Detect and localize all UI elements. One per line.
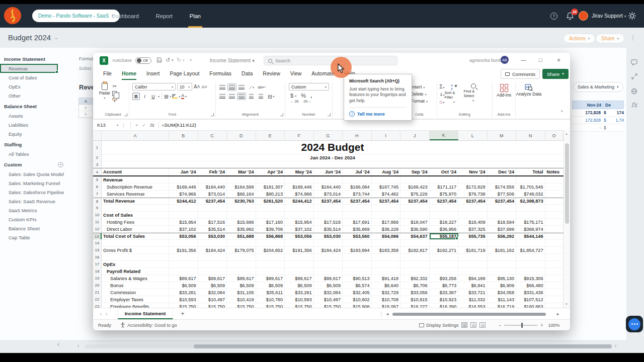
header-notes[interactable]: Notes: [545, 168, 564, 175]
scrollbar-thumb[interactable]: [565, 143, 569, 224]
cell[interactable]: $53,056: [285, 233, 314, 239]
cell[interactable]: $174,556: [488, 184, 517, 190]
column-header-D[interactable]: D: [227, 131, 256, 140]
sidebar-item[interactable]: Sales: Sales Quota Model: [0, 169, 71, 178]
decrease-indent-icon[interactable]: [247, 93, 256, 100]
cell[interactable]: [372, 254, 401, 260]
cell[interactable]: $15,750: [314, 303, 343, 308]
dialog-launcher-icon[interactable]: [211, 113, 214, 116]
font-size-select[interactable]: 10▾: [177, 83, 192, 90]
cell[interactable]: $237,454: [343, 198, 372, 204]
cell[interactable]: $80,213: [256, 191, 285, 197]
cell[interactable]: [516, 205, 545, 211]
account-label[interactable]: Commission: [102, 289, 169, 296]
column-header-H[interactable]: H: [343, 131, 372, 140]
shrink-font-icon[interactable]: A˅: [202, 84, 207, 90]
cell[interactable]: [256, 176, 285, 183]
cell[interactable]: $6,509: [169, 282, 198, 289]
sidebar-item[interactable]: Equity: [0, 129, 71, 138]
header-month[interactable]: Sep '24: [400, 168, 430, 175]
account-label[interactable]: Subscription Revenue: [102, 184, 169, 190]
header-month[interactable]: Aug '24: [372, 168, 401, 175]
comment-panel-icon[interactable]: [630, 58, 638, 66]
scrollbar-thumb[interactable]: [194, 344, 612, 348]
fill-color-icon[interactable]: [172, 94, 178, 99]
row-header-8[interactable]: 8: [93, 198, 102, 204]
cell[interactable]: $15,954: [169, 219, 198, 225]
row-header-16[interactable]: 16: [93, 254, 102, 260]
cell[interactable]: $6,509: [198, 282, 227, 289]
row-header-4[interactable]: 4: [93, 168, 102, 175]
sidebar-item[interactable]: OpEx: [0, 82, 71, 91]
more-options-icon[interactable]: ⋮: [630, 34, 636, 41]
cell[interactable]: $16,227: [400, 303, 430, 308]
cell[interactable]: [256, 212, 285, 218]
comma-style-icon[interactable]: ,: [310, 93, 312, 99]
cell[interactable]: [198, 205, 227, 211]
cell[interactable]: [545, 205, 564, 211]
cell[interactable]: [314, 212, 343, 218]
account-label[interactable]: Employer Taxes: [102, 296, 169, 303]
zoom-slider[interactable]: [504, 325, 537, 326]
cell[interactable]: [516, 268, 545, 275]
user-initials-avatar[interactable]: AB: [501, 56, 509, 64]
cell[interactable]: $183,894: [343, 247, 372, 253]
cell[interactable]: $77,506: [488, 191, 517, 197]
dialog-launcher-icon[interactable]: [328, 113, 331, 116]
cell[interactable]: $90,513: [343, 275, 372, 282]
cell[interactable]: $66,480: [516, 282, 545, 289]
scroll-left-icon[interactable]: ◂: [386, 312, 388, 316]
increase-decimal-icon[interactable]: ←.00: [290, 100, 299, 103]
cell[interactable]: [169, 212, 198, 218]
cell[interactable]: $93,256: [430, 275, 459, 282]
help-icon[interactable]: ?: [550, 13, 557, 20]
scroll-right-icon[interactable]: ▸: [557, 312, 559, 316]
save-icon[interactable]: [156, 57, 162, 63]
cell[interactable]: [430, 176, 459, 183]
scroll-up-icon[interactable]: ▴: [566, 132, 568, 136]
cell[interactable]: [198, 176, 227, 183]
account-label[interactable]: Bonus: [102, 282, 169, 289]
cell[interactable]: $15,696: [227, 219, 256, 225]
cell[interactable]: [430, 254, 459, 260]
align-middle-icon[interactable]: [227, 83, 236, 91]
cell[interactable]: $1,701,546: [516, 184, 545, 190]
cell[interactable]: $18,594: [488, 219, 517, 225]
merge-center-icon[interactable]: ⊟: [268, 94, 272, 100]
autosave-toggle[interactable]: Off: [135, 57, 151, 64]
cell[interactable]: $89,617: [169, 275, 198, 282]
excel-menu-formulas[interactable]: Formulas: [204, 68, 236, 80]
cell[interactable]: $244,412: [169, 198, 198, 204]
cell[interactable]: $6,841: [458, 282, 488, 289]
sidebar-item[interactable]: Cap Table: [0, 233, 71, 242]
cell[interactable]: $33,056: [400, 289, 430, 296]
cell[interactable]: $18,227: [430, 219, 459, 225]
cell[interactable]: $95,130: [488, 275, 517, 282]
cell[interactable]: $184,424: [198, 247, 227, 253]
account-label[interactable]: Hosting Fees: [102, 219, 169, 225]
nav-tab-report[interactable]: Report: [156, 4, 173, 28]
nav-tab-dashboard[interactable]: Dashboard: [112, 4, 139, 28]
cell[interactable]: [372, 261, 401, 267]
scroll-left-icon[interactable]: ‹: [77, 343, 79, 348]
cell[interactable]: [314, 205, 343, 211]
cell[interactable]: $15,908: [343, 303, 372, 308]
cell[interactable]: $10,419: [227, 296, 256, 303]
cell[interactable]: [314, 254, 343, 260]
cell[interactable]: [545, 261, 564, 267]
cell[interactable]: $35,514: [314, 226, 343, 232]
column-header-K[interactable]: K: [430, 131, 459, 140]
cell[interactable]: $33,721: [458, 289, 488, 296]
cell[interactable]: $237,454: [488, 198, 517, 204]
sidebar-item[interactable]: Sales: Marketing Funnel: [0, 178, 71, 188]
cell[interactable]: $10,923: [430, 296, 459, 303]
cell[interactable]: $16,553: [458, 303, 488, 308]
cell[interactable]: $10,602: [343, 296, 372, 303]
row-header-10[interactable]: 10: [93, 212, 102, 218]
cell[interactable]: [458, 268, 488, 275]
cell[interactable]: [430, 240, 459, 246]
name-box[interactable]: K13▾: [93, 120, 119, 130]
cell[interactable]: [458, 261, 488, 267]
cell[interactable]: $76,738: [458, 191, 488, 197]
cell[interactable]: $169,446: [285, 184, 314, 190]
